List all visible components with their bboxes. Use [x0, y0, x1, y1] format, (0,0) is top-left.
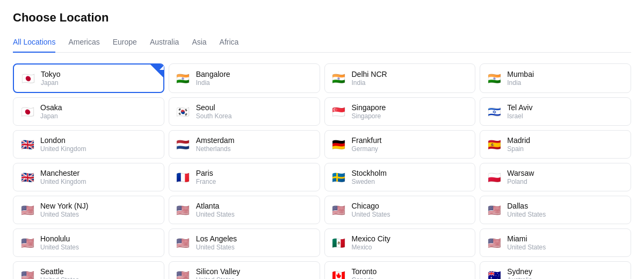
city-name-singapore: Singapore — [352, 103, 469, 112]
city-name-osaka: Osaka — [40, 103, 157, 112]
location-card-telaviv[interactable]: 🇮🇱Tel AvivIsrael — [480, 97, 631, 126]
location-card-bangalore[interactable]: 🇮🇳BangaloreIndia — [169, 63, 320, 93]
locations-grid: 🇯🇵TokyoJapan🇮🇳BangaloreIndia🇮🇳Delhi NCRI… — [13, 63, 631, 279]
city-name-dallas: Dallas — [507, 202, 624, 210]
location-info-sydney: SydneyAustralia — [507, 267, 624, 279]
city-name-newyork: New York (NJ) — [40, 202, 157, 210]
location-card-delhi[interactable]: 🇮🇳Delhi NCRIndia — [324, 63, 476, 93]
city-name-seoul: Seoul — [196, 103, 313, 112]
location-info-bangalore: BangaloreIndia — [196, 70, 313, 87]
flag-mexicocity: 🇲🇽 — [331, 238, 346, 248]
tab-all[interactable]: All Locations — [13, 33, 55, 53]
location-info-honolulu: HonoluluUnited States — [40, 234, 157, 251]
city-name-delhi: Delhi NCR — [352, 70, 469, 78]
flag-chicago: 🇺🇸 — [331, 205, 346, 216]
city-name-siliconvalley: Silicon Valley — [196, 267, 313, 276]
country-name-warsaw: Poland — [507, 178, 624, 185]
city-name-chicago: Chicago — [352, 202, 469, 210]
location-card-atlanta[interactable]: 🇺🇸AtlantaUnited States — [169, 196, 320, 224]
location-card-tokyo[interactable]: 🇯🇵TokyoJapan — [13, 63, 164, 93]
country-name-manchester: United Kingdom — [40, 178, 157, 185]
location-card-newyork[interactable]: 🇺🇸New York (NJ)United States — [13, 196, 164, 224]
country-name-honolulu: United States — [40, 244, 157, 251]
location-card-manchester[interactable]: 🇬🇧ManchesterUnited Kingdom — [13, 163, 164, 191]
location-card-frankfurt[interactable]: 🇩🇪FrankfurtGermany — [324, 130, 476, 159]
flag-dallas: 🇺🇸 — [487, 205, 502, 216]
city-name-manchester: Manchester — [40, 169, 157, 177]
location-info-manchester: ManchesterUnited Kingdom — [40, 169, 157, 185]
location-card-chicago[interactable]: 🇺🇸ChicagoUnited States — [324, 196, 476, 224]
location-card-madrid[interactable]: 🇪🇸MadridSpain — [480, 130, 631, 159]
country-name-seattle: United States — [40, 276, 157, 279]
city-name-amsterdam: Amsterdam — [196, 136, 313, 145]
country-name-mumbai: India — [507, 79, 624, 87]
location-card-toronto[interactable]: 🇨🇦TorontoCanada — [324, 261, 476, 279]
location-card-amsterdam[interactable]: 🇳🇱AmsterdamNetherlands — [169, 130, 320, 159]
location-card-singapore[interactable]: 🇸🇬SingaporeSingapore — [324, 97, 476, 126]
flag-tokyo: 🇯🇵 — [20, 73, 35, 84]
flag-losangeles: 🇺🇸 — [176, 238, 191, 248]
location-info-madrid: MadridSpain — [507, 136, 624, 153]
location-info-singapore: SingaporeSingapore — [352, 103, 469, 120]
city-name-london: London — [40, 136, 157, 145]
tab-europe[interactable]: Europe — [113, 33, 137, 53]
location-info-warsaw: WarsawPoland — [507, 169, 624, 185]
country-name-toronto: Canada — [352, 276, 469, 279]
location-info-mumbai: MumbaiIndia — [507, 70, 624, 87]
city-name-bangalore: Bangalore — [196, 70, 313, 78]
flag-delhi: 🇮🇳 — [331, 73, 346, 84]
tab-australia[interactable]: Australia — [150, 33, 179, 53]
location-info-frankfurt: FrankfurtGermany — [352, 136, 469, 153]
location-card-warsaw[interactable]: 🇵🇱WarsawPoland — [480, 163, 631, 191]
country-name-london: United Kingdom — [40, 145, 157, 153]
location-info-delhi: Delhi NCRIndia — [352, 70, 469, 87]
location-card-dallas[interactable]: 🇺🇸DallasUnited States — [480, 196, 631, 224]
country-name-tokyo: Japan — [41, 79, 157, 87]
location-card-mexicocity[interactable]: 🇲🇽Mexico CityMexico — [324, 228, 476, 257]
tab-africa[interactable]: Africa — [220, 33, 239, 53]
location-card-sydney[interactable]: 🇦🇺SydneyAustralia — [480, 261, 631, 279]
tab-asia[interactable]: Asia — [192, 33, 206, 53]
country-name-seoul: South Korea — [196, 112, 313, 120]
flag-osaka: 🇯🇵 — [20, 106, 35, 117]
country-name-madrid: Spain — [507, 145, 624, 153]
location-card-miami[interactable]: 🇺🇸MiamiUnited States — [480, 228, 631, 257]
location-card-losangeles[interactable]: 🇺🇸Los AngelesUnited States — [169, 228, 320, 257]
location-card-seoul[interactable]: 🇰🇷SeoulSouth Korea — [169, 97, 320, 126]
location-info-stockholm: StockholmSweden — [352, 169, 469, 185]
country-name-mexicocity: Mexico — [352, 244, 469, 251]
country-name-dallas: United States — [507, 211, 624, 218]
location-card-seattle[interactable]: 🇺🇸SeattleUnited States — [13, 261, 164, 279]
flag-newyork: 🇺🇸 — [20, 205, 35, 216]
location-card-london[interactable]: 🇬🇧LondonUnited Kingdom — [13, 130, 164, 159]
country-name-bangalore: India — [196, 79, 313, 87]
flag-paris: 🇫🇷 — [176, 172, 191, 183]
page-title: Choose Location — [13, 11, 631, 25]
location-info-dallas: DallasUnited States — [507, 202, 624, 218]
location-card-osaka[interactable]: 🇯🇵OsakaJapan — [13, 97, 164, 126]
country-name-osaka: Japan — [40, 112, 157, 120]
tab-americas[interactable]: Americas — [68, 33, 99, 53]
location-info-seattle: SeattleUnited States — [40, 267, 157, 279]
country-name-paris: France — [196, 178, 313, 185]
location-info-tokyo: TokyoJapan — [41, 70, 157, 87]
flag-honolulu: 🇺🇸 — [20, 238, 35, 248]
location-card-siliconvalley[interactable]: 🇺🇸Silicon ValleyUnited States — [169, 261, 320, 279]
flag-atlanta: 🇺🇸 — [176, 205, 191, 216]
flag-bangalore: 🇮🇳 — [176, 73, 191, 84]
flag-telaviv: 🇮🇱 — [487, 106, 502, 117]
country-name-sydney: Australia — [507, 276, 624, 279]
location-card-stockholm[interactable]: 🇸🇪StockholmSweden — [324, 163, 476, 191]
city-name-toronto: Toronto — [352, 267, 469, 276]
location-info-paris: ParisFrance — [196, 169, 313, 185]
location-card-honolulu[interactable]: 🇺🇸HonoluluUnited States — [13, 228, 164, 257]
location-card-mumbai[interactable]: 🇮🇳MumbaiIndia — [480, 63, 631, 93]
flag-manchester: 🇬🇧 — [20, 172, 35, 183]
flag-seoul: 🇰🇷 — [176, 106, 191, 117]
country-name-delhi: India — [352, 79, 469, 87]
location-card-paris[interactable]: 🇫🇷ParisFrance — [169, 163, 320, 191]
city-name-miami: Miami — [507, 234, 624, 243]
country-name-atlanta: United States — [196, 211, 313, 218]
city-name-stockholm: Stockholm — [352, 169, 469, 177]
city-name-honolulu: Honolulu — [40, 234, 157, 243]
